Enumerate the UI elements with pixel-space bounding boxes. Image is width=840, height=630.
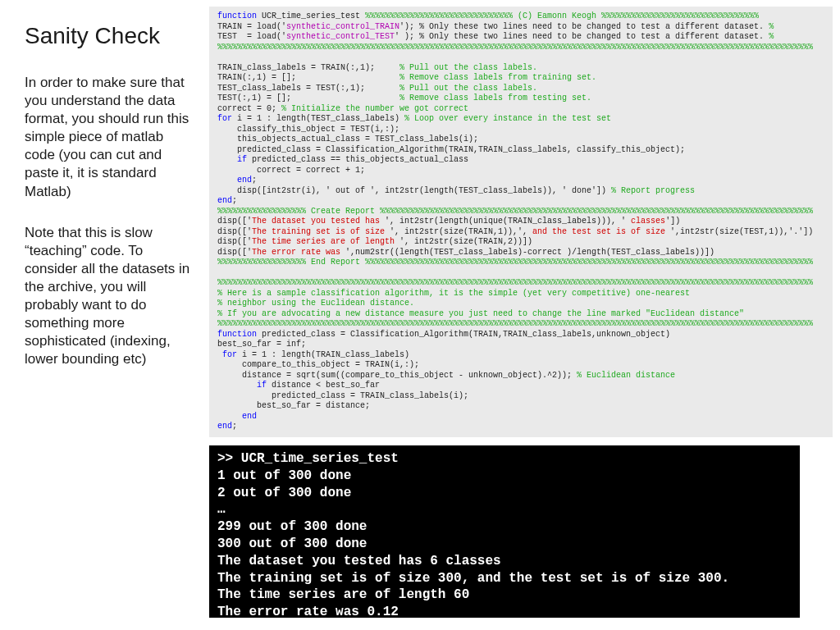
code-text: correct = correct + 1;: [217, 166, 365, 175]
code-text: The dataset you tested has: [252, 217, 385, 226]
code-text: TEST(:,1) = [];: [217, 94, 399, 103]
console-line: >> UCR_time_series_test: [217, 451, 399, 466]
console-line: The dataset you tested has 6 classes: [217, 554, 501, 568]
code-text: ', int2str(size(TRAIN,2))]): [399, 237, 532, 246]
code-text: disp([': [217, 217, 252, 226]
code-text: % Report progress: [611, 186, 695, 195]
code-text: ']): [665, 217, 680, 226]
console-line: 299 out of 300 done: [217, 519, 367, 534]
code-text: [217, 412, 242, 421]
code-text: disp([int2str(i), ' out of ', int2str(le…: [217, 186, 611, 195]
code-text: predicted_class = Classification_Algorit…: [217, 145, 685, 154]
code-text: disp([': [217, 227, 252, 236]
intro-paragraph-2: Note that this is slow “teaching” code. …: [25, 224, 193, 369]
code-text: classify_this_object = TEST(i,:);: [217, 125, 399, 134]
code-text: UCR_time_series_test: [257, 11, 365, 21]
console-output: >> UCR_time_series_test 1 out of 300 don…: [209, 445, 800, 618]
code-text: best_so_far = inf;: [217, 340, 306, 349]
code-text: disp([': [217, 248, 252, 257]
code-text: ', int2str(length(unique(TRAIN_class_lab…: [385, 217, 626, 226]
code-text: [217, 176, 237, 185]
code-text: best_so_far = distance;: [217, 401, 370, 410]
code-text: synthetic_control_TEST: [286, 32, 395, 41]
code-text: TEST = load(': [217, 32, 286, 41]
code-text: end: [217, 422, 232, 431]
code-text: ;: [252, 176, 257, 185]
code-text: ' ); % Only these two lines need to be c…: [395, 32, 769, 41]
code-text: for: [217, 114, 232, 123]
code-text: [217, 381, 257, 390]
code-text: %: [769, 32, 774, 41]
code-text: % neighbor using the Euclidean distance.: [217, 299, 414, 308]
code-text: % Remove class labels from testing set.: [399, 94, 591, 103]
code-text: ', int2str(size(TRAIN,1)),',: [390, 227, 532, 236]
console-line: The error rate was 0.12: [217, 605, 399, 619]
code-text: %%%%%%%%%%%%%%%%%%%%%%%%%%%%%%%%%%%%%%%%…: [217, 43, 813, 52]
code-text: TRAIN(:,1) = [];: [217, 73, 399, 82]
code-text: ;: [232, 422, 237, 431]
code-text: %%%%%%%%%%%%%%%%%%%%%%%%%%%%%%%%%%%%%%%%…: [217, 319, 813, 328]
code-text: %%%%%%%%%%%%%%%%%% End Report %%%%%%%%%%…: [217, 258, 813, 267]
code-text: if: [237, 155, 247, 164]
code-text: The training set is of size: [252, 227, 390, 236]
code-text: TEST_class_labels = TEST(:,1);: [217, 84, 399, 93]
intro-paragraph-1: In order to make sure that you understan…: [25, 74, 193, 201]
code-text: end: [217, 196, 232, 205]
code-text: and the test set is of size: [532, 227, 670, 236]
left-column: Sanity Check In order to make sure that …: [25, 23, 193, 391]
code-text: function: [217, 330, 257, 339]
code-text: % If you are advocating a new distance m…: [217, 309, 744, 318]
code-text: i = 1 : length(TRAIN_class_labels): [237, 350, 409, 359]
code-text: function: [217, 11, 257, 21]
code-text: disp([': [217, 237, 252, 246]
code-text: %: [769, 22, 774, 31]
code-text: compare_to_this_object = TRAIN(i,:);: [217, 360, 419, 369]
code-text: '); % Only these two lines need to be ch…: [399, 22, 769, 31]
console-line: …: [217, 502, 226, 517]
matlab-code-block: function UCR_time_series_test %%%%%%%%%%…: [209, 7, 833, 437]
code-text: % Here is a sample classification algori…: [217, 289, 690, 298]
code-text: The time series are of length: [252, 237, 399, 246]
console-line: 300 out of 300 done: [217, 536, 367, 551]
console-line: The training set is of size 300, and the…: [217, 571, 729, 586]
code-text: % Pull out the class labels.: [399, 84, 537, 93]
code-text: predicted_class = Classification_Algorit…: [257, 330, 670, 339]
code-text: TRAIN_class_labels = TRAIN(:,1);: [217, 63, 399, 72]
code-text: classes: [626, 217, 665, 226]
page-title: Sanity Check: [25, 23, 193, 49]
code-text: distance < best_so_far: [267, 381, 380, 390]
code-text: synthetic_control_TRAIN: [286, 22, 399, 31]
console-line: 1 out of 300 done: [217, 468, 351, 483]
code-text: distance = sqrt(sum((compare_to_this_obj…: [217, 371, 577, 380]
code-text: TRAIN = load(': [217, 22, 286, 31]
code-text: ;: [232, 196, 237, 205]
code-text: %%%%%%%%%%%%%%%%%% Create Report %%%%%%%…: [217, 207, 813, 216]
code-text: % Euclidean distance: [577, 371, 675, 380]
code-text: correct = 0;: [217, 104, 281, 113]
code-text: ',int2str(size(TEST,1)),'.']): [670, 227, 813, 236]
code-text: [217, 155, 237, 164]
code-text: i = 1 : length(TEST_class_labels): [232, 114, 404, 123]
code-text: predicted_class = TRAIN_class_labels(i);: [217, 391, 468, 400]
code-text: The error rate was: [252, 248, 345, 257]
code-text: ',num2str((length(TEST_class_labels)-cor…: [345, 248, 714, 257]
code-text: % Pull out the class labels.: [399, 63, 537, 72]
code-text: % Initialize the number we got correct: [281, 104, 468, 113]
code-text: end: [242, 412, 257, 421]
code-text: % Remove class labels from training set.: [399, 73, 596, 82]
code-text: %%%%%%%%%%%%%%%%%%%%%%%%%%%%%%%%%%%%%%%%…: [217, 278, 813, 287]
code-text: if: [257, 381, 267, 390]
code-text: for: [217, 350, 237, 359]
code-text: this_objects_actual_class = TEST_class_l…: [217, 135, 478, 144]
console-line: The time series are of length 60: [217, 587, 469, 602]
code-text: predicted_class == this_objects_actual_c…: [247, 155, 468, 164]
console-line: 2 out of 300 done: [217, 486, 351, 500]
code-text: % Loop over every instance in the test s…: [404, 114, 611, 123]
code-text: %%%%%%%%%%%%%%%%%%%%%%%%%%%%%% (C) Eamon…: [365, 11, 759, 21]
code-text: end: [237, 176, 252, 185]
